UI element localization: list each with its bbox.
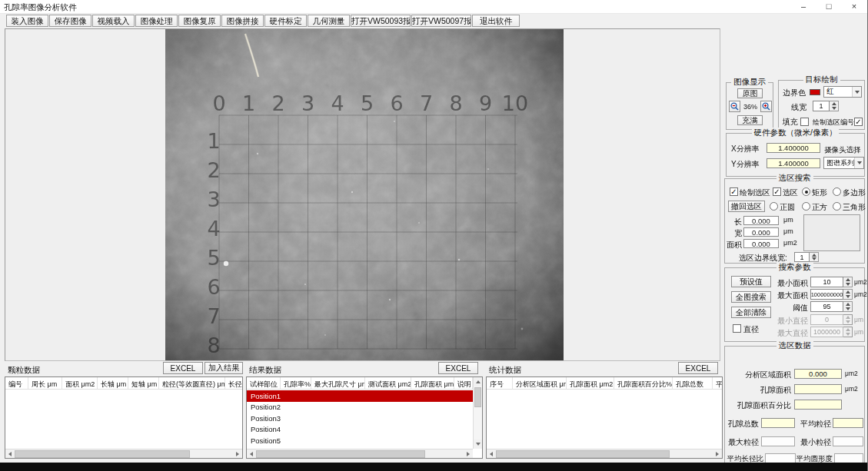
close-button[interactable]: ×: [848, 1, 860, 13]
camera-select[interactable]: 图谱系列摄: [823, 157, 864, 169]
exit-button[interactable]: 退出软件: [472, 15, 520, 27]
column-header[interactable]: 长径比: [225, 377, 242, 389]
video-load-button[interactable]: 视频载入: [92, 15, 135, 27]
scroll-left-icon[interactable]: [5, 449, 15, 458]
column-header[interactable]: 分析区域面积 μm2: [513, 377, 567, 389]
image-stitch-button[interactable]: 图像拼接: [221, 15, 264, 27]
particle-excel-button[interactable]: EXCEL: [163, 362, 203, 374]
result-excel-button[interactable]: EXCEL: [438, 362, 478, 374]
microscope-image[interactable]: 0 1 2 3 4 5 6 7 8 9 10 1 2 3 4 5 6: [165, 29, 564, 360]
threshold-stepper[interactable]: 95: [810, 301, 853, 312]
table-row[interactable]: Position2: [247, 402, 473, 413]
step-down[interactable]: [830, 106, 838, 111]
particle-panel-title: 颗粒数据: [8, 365, 40, 376]
vw50097-report-button[interactable]: 打开VW50097报告: [411, 15, 471, 27]
step-down[interactable]: [810, 257, 818, 262]
group-hardware-params: 硬件参数（微米/像素） X分辨率 1.400000 摄像头选择 Y分辨率 1.4…: [726, 133, 865, 177]
step-down[interactable]: [843, 282, 852, 287]
save-image-button[interactable]: 保存图像: [49, 15, 91, 27]
scroll-left-icon[interactable]: [247, 449, 256, 458]
stats-table[interactable]: 序号 分析区域面积 μm2 孔隙面积 μm2 孔隙面积百分比% 孔隙总数 平均: [486, 376, 723, 459]
column-header[interactable]: 面积 μm2: [62, 377, 98, 389]
stats-excel-button[interactable]: EXCEL: [678, 362, 718, 374]
max-area-stepper[interactable]: 1000000000: [810, 289, 853, 300]
vw50093-report-button[interactable]: 打开VW50093报告: [351, 15, 411, 27]
column-header[interactable]: 孔隙率%: [281, 377, 311, 389]
scroll-right-icon[interactable]: [233, 449, 242, 458]
result-h-scrollbar[interactable]: [247, 449, 473, 458]
region-checkbox[interactable]: [773, 187, 781, 196]
scroll-up-icon[interactable]: [474, 377, 482, 386]
stats-h-scrollbar[interactable]: [487, 449, 722, 458]
table-row[interactable]: Position1: [247, 390, 473, 402]
load-image-button[interactable]: 装入图像: [6, 15, 48, 27]
fit-view-button[interactable]: 充满: [737, 115, 763, 125]
region-border-width-stepper[interactable]: 1: [794, 252, 819, 262]
column-header[interactable]: 序号: [487, 377, 513, 389]
boundary-color-swatch[interactable]: [810, 89, 820, 95]
column-header[interactable]: 测试面积 μm2: [365, 377, 411, 389]
circle-radio[interactable]: [770, 202, 778, 211]
draw-region-number-checkbox[interactable]: [854, 118, 863, 126]
add-result-button[interactable]: 加入结果: [205, 362, 243, 374]
y-resolution-field[interactable]: 1.400000: [767, 158, 820, 168]
column-header[interactable]: 短轴 μm: [128, 377, 159, 389]
column-header[interactable]: 编号: [5, 377, 28, 389]
column-header[interactable]: 孔隙面积百分比%: [614, 377, 673, 389]
particle-table[interactable]: 编号 周长 μm 面积 μm2 长轴 μm 短轴 μm 粒径(等效圆直径) μm…: [5, 376, 243, 459]
table-row[interactable]: Position5: [247, 435, 473, 446]
particle-h-scrollbar[interactable]: [5, 449, 242, 458]
step-down[interactable]: [843, 294, 852, 299]
column-header[interactable]: 长轴 μm: [98, 377, 128, 389]
square-radio[interactable]: [802, 202, 810, 211]
zoom-out-button[interactable]: [729, 101, 740, 112]
result-v-scrollbar[interactable]: [473, 377, 482, 449]
diameter-checkbox[interactable]: [733, 324, 741, 333]
table-row[interactable]: Position3: [247, 413, 473, 424]
image-canvas[interactable]: 0 1 2 3 4 5 6 7 8 9 10 1 2 3 4 5 6: [5, 28, 720, 361]
scroll-left-icon[interactable]: [487, 449, 496, 458]
x-resolution-field[interactable]: 1.400000: [767, 143, 820, 153]
minimize-button[interactable]: –: [797, 1, 810, 13]
main-toolbar: 装入图像 保存图像 视频载入 图像处理 图像复原 图像拼接 硬件标定 几何测量 …: [0, 14, 868, 28]
column-header[interactable]: 试样部位: [247, 377, 281, 389]
step-down[interactable]: [843, 307, 852, 311]
boundary-color-label: 边界色: [783, 88, 806, 98]
column-header[interactable]: 粒径(等效圆直径) μm: [159, 377, 225, 389]
table-row[interactable]: Position4: [247, 424, 473, 436]
boundary-color-select[interactable]: 红: [823, 86, 862, 98]
hw-calibrate-button[interactable]: 硬件标定: [264, 15, 307, 27]
clear-all-button[interactable]: 全部清除: [731, 307, 771, 318]
scroll-down-icon[interactable]: [474, 439, 482, 449]
scrollbar-thumb[interactable]: [474, 387, 481, 407]
scroll-right-icon[interactable]: [464, 449, 473, 458]
maximize-button[interactable]: □: [823, 1, 835, 13]
column-header[interactable]: 孔隙面积 μm2: [567, 377, 614, 389]
scrollbar-thumb[interactable]: [256, 450, 425, 458]
draw-region-checkbox[interactable]: [730, 187, 738, 196]
rect-radio[interactable]: [802, 187, 810, 196]
column-header[interactable]: 孔隙面积 μm2: [411, 377, 454, 389]
triangle-radio[interactable]: [833, 202, 841, 211]
column-header[interactable]: 平均: [713, 377, 722, 389]
polygon-radio[interactable]: [833, 187, 841, 196]
column-header[interactable]: 孔隙总数: [673, 377, 713, 389]
column-header[interactable]: 周长 μm: [28, 377, 62, 389]
column-header[interactable]: 说明: [454, 377, 473, 389]
scroll-right-icon[interactable]: [713, 449, 722, 458]
result-table[interactable]: 试样部位 孔隙率% 最大孔隙尺寸 μm 测试面积 μm2 孔隙面积 μm2 说明…: [246, 376, 483, 459]
column-header[interactable]: 最大孔隙尺寸 μm: [311, 377, 365, 389]
geometry-button[interactable]: 几何测量: [308, 15, 350, 27]
preset-button[interactable]: 预设值: [731, 276, 771, 287]
image-process-button[interactable]: 图像处理: [135, 15, 178, 27]
image-restore-button[interactable]: 图像复原: [178, 15, 221, 27]
scrollbar-thumb[interactable]: [496, 450, 670, 458]
undo-region-button[interactable]: 撤回选区: [728, 201, 765, 212]
fill-checkbox[interactable]: [800, 118, 809, 126]
scrollbar-thumb[interactable]: [15, 450, 190, 458]
line-width-stepper[interactable]: 1: [813, 101, 839, 111]
original-size-button[interactable]: 原图: [737, 88, 763, 98]
search-all-button[interactable]: 全图搜索: [731, 291, 771, 303]
zoom-in-button[interactable]: [760, 101, 772, 112]
min-area-stepper[interactable]: 10: [810, 277, 853, 287]
